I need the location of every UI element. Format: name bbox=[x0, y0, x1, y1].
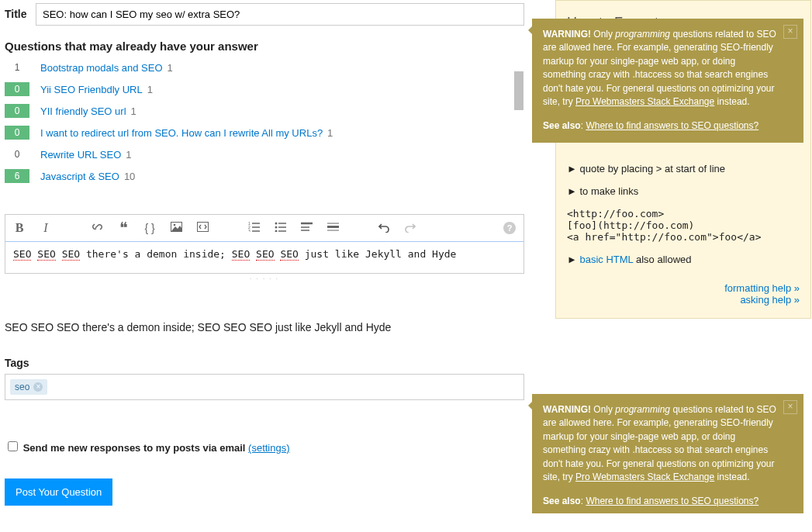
vote-badge: 6 bbox=[5, 169, 29, 183]
code-icon[interactable]: { } bbox=[143, 222, 156, 234]
format-links-examples: <http://foo.com> [foo](http://foo.com) <… bbox=[567, 208, 800, 243]
dupe-scrollbar[interactable] bbox=[513, 60, 524, 177]
post-question-button[interactable]: Post Your Question bbox=[5, 478, 112, 506]
dupe-suggestions-header: Questions that may already have your ans… bbox=[5, 40, 524, 53]
dupe-suggestions-list: 1Bootstrap modals and SEO10Yii SEO Frien… bbox=[5, 60, 524, 183]
seo-answers-link[interactable]: Where to find answers to SEO questions? bbox=[586, 120, 758, 131]
dupe-answer-count: 1 bbox=[126, 149, 131, 161]
redo-icon[interactable] bbox=[404, 222, 416, 235]
undo-icon[interactable] bbox=[378, 222, 390, 235]
svg-point-1 bbox=[173, 224, 175, 226]
email-responses-label: Send me new responses to my posts via em… bbox=[23, 442, 246, 454]
close-icon[interactable]: × bbox=[783, 400, 797, 414]
svg-text:3: 3 bbox=[248, 229, 251, 232]
vote-badge: 0 bbox=[5, 147, 29, 161]
dupe-question-link[interactable]: Javascript & SEO bbox=[40, 171, 119, 182]
dupe-row: 0YII friendly SEO url1 bbox=[5, 104, 513, 118]
dupe-question-link[interactable]: Bootstrap modals and SEO bbox=[40, 62, 163, 74]
formatting-help-link[interactable]: formatting help » bbox=[567, 282, 800, 294]
asking-help-link[interactable]: asking help » bbox=[567, 294, 800, 306]
seo-warning-popover-bottom: × WARNING! Only programming questions re… bbox=[532, 394, 803, 513]
tag-chip[interactable]: seo × bbox=[10, 379, 47, 395]
scroll-thumb[interactable] bbox=[514, 71, 523, 110]
dupe-row: 1Bootstrap modals and SEO1 bbox=[5, 60, 513, 74]
seo-warning-popover-top: × WARNING! Only programming questions re… bbox=[532, 19, 803, 143]
dupe-row: 0I want to redirect url from SEO. How ca… bbox=[5, 126, 513, 140]
vote-badge: 1 bbox=[5, 60, 29, 74]
tags-input[interactable]: seo × bbox=[5, 374, 524, 400]
blockquote-icon[interactable]: ❝ bbox=[117, 224, 130, 232]
vote-badge: 0 bbox=[5, 82, 29, 96]
editor-textarea[interactable]: SEO SEO SEO there's a demon inside; SEO … bbox=[5, 241, 523, 273]
post-preview: SEO SEO SEO there's a demon inside; SEO … bbox=[5, 321, 524, 333]
close-icon[interactable]: × bbox=[783, 25, 797, 39]
dupe-row: 6Javascript & SEO10 bbox=[5, 169, 513, 183]
svg-point-9 bbox=[275, 223, 277, 225]
dupe-answer-count: 1 bbox=[147, 84, 153, 95]
editor-help-icon[interactable]: ? bbox=[503, 222, 516, 234]
italic-icon[interactable]: I bbox=[40, 221, 52, 235]
email-settings-link[interactable]: (settings) bbox=[248, 442, 289, 454]
editor-resize-handle[interactable]: · · · · · bbox=[5, 274, 524, 284]
dupe-question-link[interactable]: Rewrite URL SEO bbox=[40, 149, 121, 161]
pro-webmasters-link[interactable]: Pro Webmasters Stack Exchange bbox=[575, 472, 714, 482]
vote-badge: 0 bbox=[5, 104, 29, 118]
dupe-answer-count: 1 bbox=[168, 62, 173, 74]
svg-point-10 bbox=[275, 226, 277, 229]
unordered-list-icon[interactable] bbox=[274, 222, 286, 234]
bold-icon[interactable]: B bbox=[13, 221, 26, 235]
heading-icon[interactable] bbox=[300, 222, 313, 234]
basic-html-link[interactable]: basic HTML bbox=[579, 254, 633, 265]
dupe-row: 0Yii SEO Frienbdly URL1 bbox=[5, 82, 513, 96]
format-tip-links: to make links bbox=[579, 185, 638, 197]
email-responses-checkbox[interactable] bbox=[8, 441, 18, 451]
vote-badge: 0 bbox=[5, 126, 29, 140]
snippet-icon[interactable] bbox=[196, 222, 209, 234]
editor-toolbar: B I ❝ { } 123 bbox=[5, 215, 523, 241]
dupe-question-link[interactable]: I want to redirect url from SEO. How can… bbox=[40, 127, 323, 139]
tag-chip-label: seo bbox=[15, 382, 29, 392]
dupe-row: 0Rewrite URL SEO1 bbox=[5, 147, 513, 161]
dupe-question-link[interactable]: Yii SEO Frienbdly URL bbox=[40, 84, 143, 95]
link-icon[interactable] bbox=[91, 221, 103, 235]
dupe-answer-count: 1 bbox=[327, 127, 333, 139]
seo-answers-link[interactable]: Where to find answers to SEO questions? bbox=[586, 496, 758, 506]
title-label: Title bbox=[5, 8, 36, 20]
ordered-list-icon[interactable]: 123 bbox=[247, 222, 260, 234]
title-input[interactable] bbox=[36, 3, 524, 26]
format-tip-quote: quote by placing > at start of line bbox=[579, 163, 725, 174]
hr-icon[interactable] bbox=[327, 222, 339, 234]
basic-html-suffix: also allowed bbox=[633, 254, 691, 265]
pro-webmasters-link[interactable]: Pro Webmasters Stack Exchange bbox=[575, 96, 714, 107]
dupe-answer-count: 1 bbox=[131, 105, 136, 117]
editor: B I ❝ { } 123 bbox=[5, 214, 524, 274]
tags-label: Tags bbox=[5, 357, 524, 369]
image-icon[interactable] bbox=[170, 222, 182, 234]
dupe-question-link[interactable]: YII friendly SEO url bbox=[40, 105, 126, 117]
tag-remove-icon[interactable]: × bbox=[33, 382, 43, 392]
dupe-answer-count: 10 bbox=[124, 171, 135, 182]
svg-point-11 bbox=[275, 230, 277, 233]
